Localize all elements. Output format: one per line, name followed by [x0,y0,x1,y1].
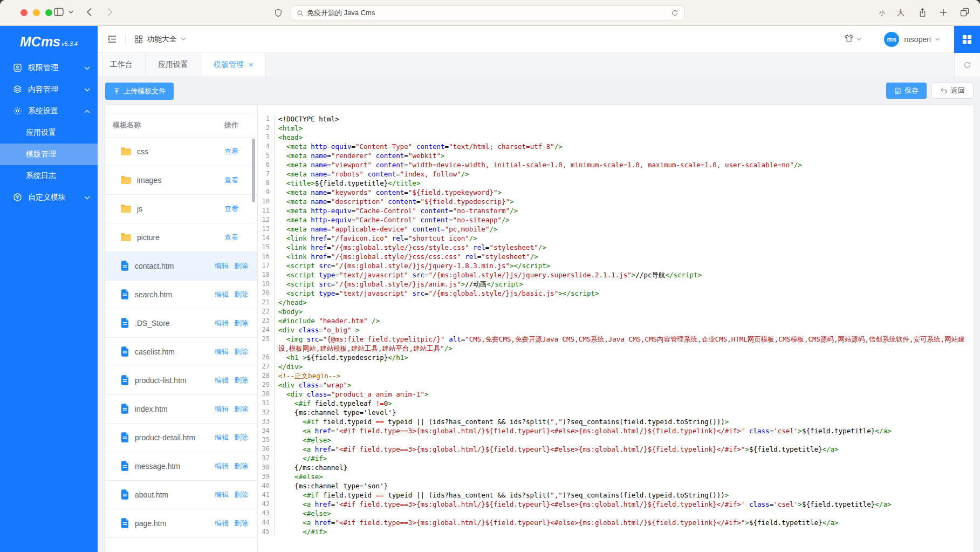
code-line-17[interactable]: 17 <script src="/{ms:global.style/}js/jq… [258,261,968,270]
refresh-tab-button[interactable] [954,53,980,77]
text-smaller-button[interactable]: 小 [879,9,885,17]
table-row[interactable]: picture 查看 [105,223,257,252]
code-line-14[interactable]: 14 <link href="/favicon.ico" rel="shortc… [258,234,968,243]
text-larger-button[interactable]: 大 [897,8,904,18]
avatar[interactable]: ms [884,32,899,47]
sidebar-subitem[interactable]: 模版管理 [0,144,98,165]
edit-link[interactable]: 编辑 [215,376,229,384]
sidebar-item-1[interactable]: 内容管理 [0,79,98,100]
close-window-button[interactable] [20,9,28,16]
code-line-34[interactable]: 34 <a href='<#if field.type==3>{ms:globa… [258,426,968,435]
table-row[interactable]: index.htm 编辑删除 [105,395,257,424]
edit-link[interactable]: 编辑 [215,347,229,356]
sidebar-item-2[interactable]: 系统设置 [0,100,98,122]
close-tab-icon[interactable]: × [249,60,253,69]
table-row[interactable]: about.htm 编辑删除 [105,481,257,509]
delete-link[interactable]: 删除 [234,490,248,499]
edit-link[interactable]: 编辑 [215,319,229,327]
code-line-33[interactable]: 33 <#if field.typeid == typeid || (ids?h… [258,417,968,426]
delete-link[interactable]: 删除 [234,376,248,384]
view-link[interactable]: 查看 [224,176,238,184]
table-row[interactable]: product-detail.htm 编辑删除 [105,424,257,452]
table-row[interactable]: search.htm 编辑删除 [105,281,257,309]
code-line-16[interactable]: 16 <link href="/{ms:global.style/}css/cs… [258,252,968,261]
edit-link[interactable]: 编辑 [215,433,229,441]
code-line-42[interactable]: 42 <a href='<#if field.type==3>{ms:globa… [258,500,968,509]
code-line-41[interactable]: 41 <#if field.typeid == typeid || (ids?h… [258,490,968,500]
tab-overview-icon[interactable] [960,8,969,17]
forward-icon[interactable] [107,8,113,17]
tab-模版管理[interactable]: 模版管理 × [201,53,266,77]
delete-link[interactable]: 删除 [234,519,248,527]
code-line-1[interactable]: 1 <!DOCTYPE html> [258,114,968,124]
code-line-9[interactable]: 9 <meta name="keywords" content="${field… [258,188,968,197]
apps-grid-button[interactable] [954,26,980,53]
code-line-7[interactable]: 7 <meta name="robots" content="index, fo… [258,169,968,179]
code-line-20[interactable]: 20 <script type="text/javascript" src="/… [258,289,968,298]
code-line-21[interactable]: 21 </head> [258,298,968,307]
table-row[interactable]: images 查看 [105,166,257,195]
edit-link[interactable]: 编辑 [215,405,229,413]
table-row[interactable]: page.htm 编辑删除 [105,509,257,538]
table-row[interactable]: .DS_Store 编辑删除 [105,309,257,338]
save-button[interactable]: 保存 [886,83,927,99]
edit-link[interactable]: 编辑 [215,262,229,270]
code-line-8[interactable]: 8 <title>${field.typetitle}</title> [258,179,968,188]
back-button[interactable]: 返回 [931,83,974,99]
new-tab-icon[interactable] [940,9,947,16]
delete-link[interactable]: 删除 [234,405,248,413]
collapse-sidebar-icon[interactable] [107,35,116,43]
view-link[interactable]: 查看 [224,147,238,155]
delete-link[interactable]: 删除 [234,262,248,270]
delete-link[interactable]: 删除 [234,433,248,441]
back-icon[interactable] [86,8,92,17]
maximize-window-button[interactable] [45,9,52,16]
edit-link[interactable]: 编辑 [215,290,229,298]
code-line-45[interactable]: 45 </#if> [258,527,968,536]
table-row[interactable]: caselist.htm 编辑删除 [105,338,257,366]
sidebar-subitem[interactable]: 应用设置 [0,122,98,144]
reload-icon[interactable] [671,9,679,17]
code-line-27[interactable]: 27 </div> [258,362,968,371]
delete-link[interactable]: 删除 [234,319,248,327]
feature-menu[interactable]: 功能大全 [134,35,186,44]
delete-link[interactable]: 删除 [234,290,248,298]
code-line-10[interactable]: 10 <meta name="description" content="${f… [258,197,968,206]
code-line-6[interactable]: 6 <meta name="viewport" content="width=d… [258,160,968,169]
edit-link[interactable]: 编辑 [215,490,229,499]
code-line-19[interactable]: 19 <script src="/{ms:global.style/}js/an… [258,280,968,289]
theme-switcher[interactable] [844,34,861,45]
code-line-15[interactable]: 15 <link href="/{ms:global.style/}css/st… [258,243,968,252]
table-row[interactable]: css 查看 [105,138,257,166]
shield-icon[interactable] [275,8,282,18]
code-line-18[interactable]: 18 <script type="text/javascript" src="/… [258,270,968,280]
code-line-29[interactable]: 29 <div class="wrap"> [258,380,968,390]
address-bar[interactable]: 免疫开源的 Java Cms [291,5,684,21]
table-scrollbar[interactable] [252,139,255,202]
sidebar-subitem[interactable]: 系统日志 [0,165,98,187]
table-row[interactable]: message.htm 编辑删除 [105,452,257,481]
tab-应用设置[interactable]: 应用设置 [146,53,201,77]
code-line-44[interactable]: 44 <a href="<#if field.type==3>{ms:globa… [258,518,968,527]
code-line-39[interactable]: 39 <#else> [258,472,968,481]
edit-link[interactable]: 编辑 [215,519,229,527]
code-line-36[interactable]: 36 <a href="<#if field.type==3>{ms:globa… [258,445,968,454]
upload-template-button[interactable]: 上传模板文件 [105,83,174,100]
code-line-35[interactable]: 35 <#else> [258,435,968,445]
share-icon[interactable] [919,8,927,17]
code-line-25[interactable]: 25 <img src="{@ms:file field.typelitpic/… [258,335,968,353]
edit-link[interactable]: 编辑 [215,462,229,470]
browser-sidebar-icon[interactable] [54,8,64,16]
code-line-37[interactable]: 37 </#if> [258,454,968,463]
code-line-28[interactable]: 28 <!--正文begin--> [258,371,968,380]
code-line-26[interactable]: 26 <h1 >${field.typedescrip}</h1> [258,353,968,362]
code-line-4[interactable]: 4 <meta http-equiv="Content-Type" conten… [258,142,968,151]
table-row[interactable]: js 查看 [105,195,257,223]
code-line-40[interactable]: 40 {ms:channel type='son'} [258,481,968,490]
code-line-23[interactable]: 23 <#include "header.htm" /> [258,316,968,325]
code-line-30[interactable]: 30 <div class="product_a anim anim-1"> [258,390,968,399]
code-line-43[interactable]: 43 <#else> [258,509,968,518]
view-link[interactable]: 查看 [224,205,238,213]
code-line-38[interactable]: 38 {/ms:channel} [258,463,968,472]
code-line-11[interactable]: 11 <meta http-equiv="Cache-Control" cont… [258,206,968,215]
